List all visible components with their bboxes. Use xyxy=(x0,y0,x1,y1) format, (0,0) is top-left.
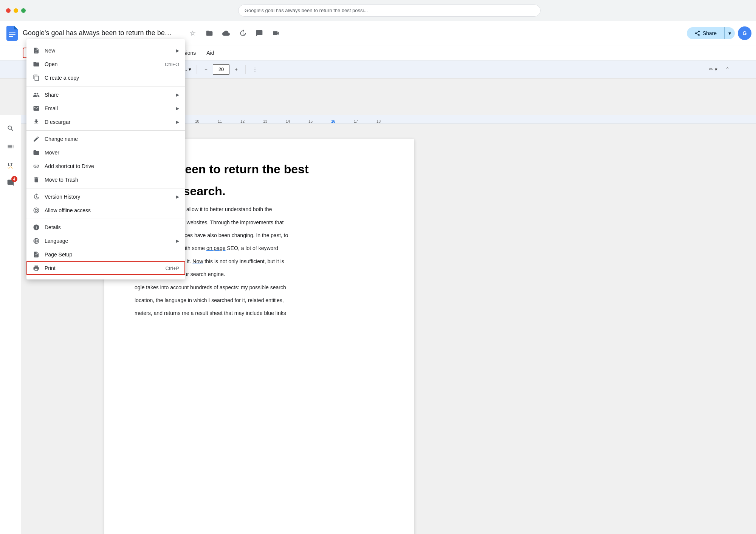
folder-icon[interactable] xyxy=(203,26,216,40)
move-icon xyxy=(33,149,40,156)
separator-5 xyxy=(245,65,246,74)
menu-offline-label: Allow offline access xyxy=(45,207,179,213)
comments-badge: 4 xyxy=(11,176,17,182)
sidebar-comments-btn[interactable]: 4 xyxy=(3,175,18,190)
svg-rect-2 xyxy=(9,36,13,37)
new-doc-icon xyxy=(33,47,40,54)
menu-version-arrow: ▶ xyxy=(176,194,179,199)
toolbar-more-btn[interactable]: ⋮ xyxy=(249,63,261,76)
menu-mover-label: Mover xyxy=(45,150,179,156)
menu-version-label: Version History xyxy=(45,194,171,200)
menu-section-3: Change name Mover Add shortcut to Drive … xyxy=(26,131,185,188)
doc-title[interactable]: Google's goal has always been to return … xyxy=(23,29,174,37)
sidebar-search-btn[interactable] xyxy=(3,121,18,136)
chevron-down-icon: ▾ xyxy=(189,66,191,72)
menu-open-shortcut: Ctrl+O xyxy=(165,62,179,67)
separator-4 xyxy=(197,65,197,74)
menu-item-print[interactable]: Print Ctrl+P xyxy=(26,261,185,275)
menu-item-mover[interactable]: Mover xyxy=(26,146,185,159)
trash-icon xyxy=(33,176,40,184)
details-icon xyxy=(33,224,40,231)
font-size-increase-btn[interactable]: + xyxy=(230,63,242,76)
sidebar-outline-btn[interactable] xyxy=(3,139,18,154)
menu-item-offline[interactable]: Allow offline access xyxy=(26,204,185,217)
page-setup-icon xyxy=(33,251,40,258)
menu-shortcut-label: Add shortcut to Drive xyxy=(45,163,179,169)
bookmark-icon[interactable]: ☆ xyxy=(186,26,200,40)
menu-item-details[interactable]: Details xyxy=(26,221,185,234)
menu-item-language[interactable]: Language ▶ xyxy=(26,234,185,248)
menu-print-shortcut: Ctrl+P xyxy=(166,265,179,271)
version-icon xyxy=(33,193,40,201)
menu-changename-label: Change name xyxy=(45,136,179,142)
para-9: meters, and returns me a result sheet th… xyxy=(135,309,384,317)
toolbar-edit-btn[interactable]: ✏ ▾ xyxy=(707,63,720,76)
font-size-area: − + xyxy=(200,63,242,76)
menu-item-open[interactable]: Open Ctrl+O xyxy=(26,57,185,71)
share-dropdown-arrow[interactable]: ▾ xyxy=(724,27,735,39)
menu-item-descargar[interactable]: D escargar ▶ xyxy=(26,115,185,129)
email-icon xyxy=(33,105,40,112)
sidebar-spellcheck-btn[interactable]: LT xyxy=(3,157,18,172)
menu-item-share[interactable]: Share ▶ xyxy=(26,88,185,102)
menu-section-1: New ▶ Open Ctrl+O C reate a copy xyxy=(26,42,185,86)
docs-logo[interactable] xyxy=(5,26,20,41)
menu-aid[interactable]: Aid xyxy=(201,48,219,58)
menu-share-label: Share xyxy=(45,92,171,98)
menu-print-label: Print xyxy=(45,265,161,271)
menu-section-2: Share ▶ Email ▶ D escargar ▶ xyxy=(26,86,185,131)
history-icon[interactable] xyxy=(236,26,249,40)
header-icons: ☆ xyxy=(186,26,283,40)
print-icon xyxy=(33,264,40,272)
menu-section-5: Details Language ▶ Page Setup Print xyxy=(26,219,185,276)
cloud-icon[interactable] xyxy=(219,26,233,40)
menu-trash-label: Move to Trash xyxy=(45,177,179,183)
archive-dropdown-menu: New ▶ Open Ctrl+O C reate a copy xyxy=(26,39,185,279)
menu-descargar-arrow: ▶ xyxy=(176,119,179,125)
menu-item-page-setup[interactable]: Page Setup xyxy=(26,248,185,261)
share-icon xyxy=(33,91,40,99)
offline-icon xyxy=(33,207,40,214)
download-icon xyxy=(33,118,40,126)
menu-item-add-shortcut[interactable]: Add shortcut to Drive xyxy=(26,159,185,173)
menu-share-arrow: ▶ xyxy=(176,92,179,97)
menu-language-label: Language xyxy=(45,238,171,244)
menu-descargar-label: D escargar xyxy=(45,119,171,125)
menu-pagesetup-label: Page Setup xyxy=(45,252,179,258)
menu-section-4: Version History ▶ Allow offline access xyxy=(26,188,185,219)
menu-new-label: New xyxy=(45,48,171,54)
rename-icon xyxy=(33,135,40,143)
menu-email-label: Email xyxy=(45,105,171,111)
video-icon[interactable] xyxy=(269,26,283,40)
menu-item-create-copy[interactable]: C reate a copy xyxy=(26,71,185,85)
chat-icon[interactable] xyxy=(253,26,266,40)
browser-bar: Google's goal has always been to return … xyxy=(0,0,756,21)
svg-rect-0 xyxy=(9,32,15,33)
svg-point-4 xyxy=(35,209,37,211)
toolbar-collapse-btn[interactable]: ⌃ xyxy=(721,63,733,76)
menu-item-version-history[interactable]: Version History ▶ xyxy=(26,190,185,204)
font-size-input[interactable] xyxy=(213,64,229,75)
svg-rect-1 xyxy=(9,34,15,35)
para-7: ogle takes into account hundreds of aspe… xyxy=(135,283,384,292)
share-button[interactable]: Share xyxy=(687,27,724,39)
language-icon xyxy=(33,237,40,245)
menu-open-label: Open xyxy=(45,61,160,67)
sidebar-left: LT 4 xyxy=(0,115,21,534)
menu-item-email[interactable]: Email ▶ xyxy=(26,102,185,115)
shortcut-icon xyxy=(33,162,40,170)
menu-new-arrow: ▶ xyxy=(176,48,179,53)
open-icon xyxy=(33,60,40,68)
share-label: Share xyxy=(703,30,717,36)
menu-details-label: Details xyxy=(45,224,179,230)
browser-url: Google's goal has always been to return … xyxy=(245,8,368,13)
menu-copy-label: C reate a copy xyxy=(45,75,179,81)
font-size-decrease-btn[interactable]: − xyxy=(200,63,212,76)
menu-item-change-name[interactable]: Change name xyxy=(26,132,185,146)
menu-email-arrow: ▶ xyxy=(176,106,179,111)
para-8: location, the language in which I search… xyxy=(135,296,384,304)
user-avatar[interactable]: G xyxy=(738,26,751,40)
menu-language-arrow: ▶ xyxy=(176,238,179,244)
menu-item-trash[interactable]: Move to Trash xyxy=(26,173,185,187)
menu-item-new[interactable]: New ▶ xyxy=(26,44,185,57)
